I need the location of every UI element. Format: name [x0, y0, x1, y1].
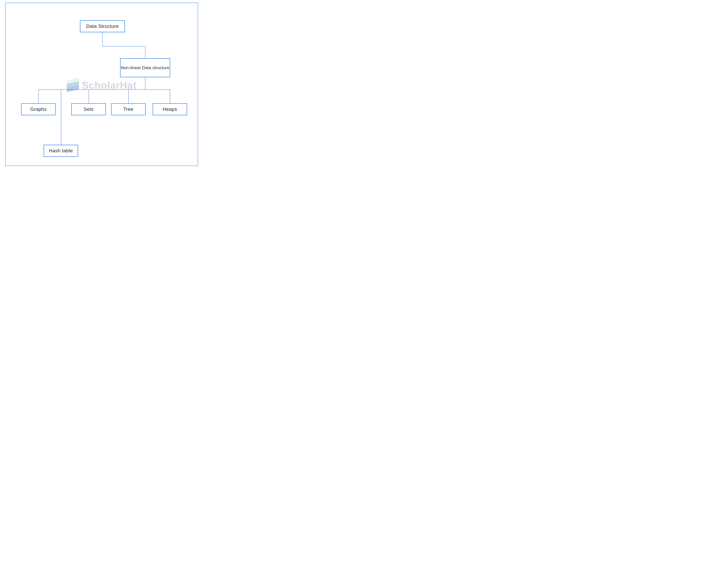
connector [145, 77, 145, 89]
connector [145, 46, 145, 58]
connector [38, 89, 39, 103]
node-data-structure: Data Structure [80, 20, 125, 32]
node-hash-table: Hash table [44, 145, 78, 157]
watermark-text: ScholarHat [82, 79, 137, 91]
node-label: Data Structure [86, 23, 119, 29]
node-label: Non-linear Data structure [121, 64, 169, 71]
connector [128, 89, 129, 103]
connector [170, 89, 170, 103]
node-tree: Tree [111, 103, 146, 115]
node-label: Graphs [30, 106, 47, 112]
node-label: Sets [84, 106, 94, 112]
node-non-linear-data-structure: Non-linear Data structure [120, 58, 170, 77]
node-label: Tree [123, 106, 133, 112]
node-sets: Sets [71, 103, 106, 115]
connector [38, 89, 170, 90]
node-heaps: Heaps [152, 103, 187, 115]
connector [102, 46, 145, 46]
node-graphs: Graphs [21, 103, 56, 115]
connector [88, 89, 89, 103]
connector [61, 89, 61, 145]
connector [102, 32, 103, 46]
diagram-frame: ScholarHat Data Structure Non-linear Dat… [5, 3, 198, 166]
node-label: Heaps [163, 106, 177, 112]
node-label: Hash table [49, 148, 73, 153]
